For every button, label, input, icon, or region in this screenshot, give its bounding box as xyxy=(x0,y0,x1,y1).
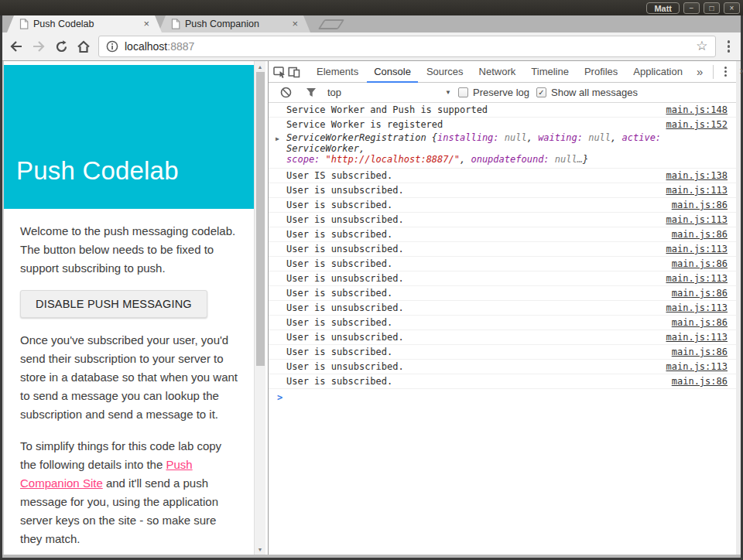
console-prompt-row[interactable]: > xyxy=(269,389,736,406)
devtools-menu-icon[interactable] xyxy=(718,67,733,77)
console-row: Service Worker and Push is supported mai… xyxy=(269,103,736,118)
console-row: User is subscribed. main.js:86 xyxy=(269,316,736,330)
tab-title: Push Companion xyxy=(185,19,287,29)
browser-menu-icon[interactable] xyxy=(723,40,735,53)
source-link[interactable]: main.js:113 xyxy=(666,361,728,372)
console-row: User is unsubscribed. main.js:113 xyxy=(269,271,736,286)
devtools-tab-timeline[interactable]: Timeline xyxy=(524,61,576,83)
page-hero: Push Codelab xyxy=(4,65,254,209)
clear-console-icon[interactable] xyxy=(276,84,295,102)
disable-push-button[interactable]: DISABLE PUSH MESSAGING xyxy=(20,290,207,318)
source-link[interactable]: main.js:86 xyxy=(672,347,728,357)
object-preview-line2: scope: "http://localhost:8887/", onupdat… xyxy=(286,154,728,165)
browser-toolbar: localhost:8887 ☆ xyxy=(2,32,741,61)
source-link[interactable]: main.js:86 xyxy=(672,376,728,387)
console-registered-group: Service Worker is registered main.js:152… xyxy=(269,118,736,169)
console-prompt-chevron[interactable]: > xyxy=(277,392,282,403)
browser-tab-push-companion[interactable]: Push Companion × xyxy=(159,15,310,32)
page-favicon-icon xyxy=(19,19,29,29)
devtools-panel: Elements Console Sources Network Timelin… xyxy=(269,61,741,555)
intro-paragraph: Welcome to the push messaging codelab. T… xyxy=(20,222,238,278)
inspect-element-icon[interactable] xyxy=(273,63,286,81)
session-user-indicator[interactable]: Matt xyxy=(646,2,680,14)
back-icon[interactable] xyxy=(9,39,24,54)
devtools-tab-application[interactable]: Application xyxy=(626,61,690,83)
source-link[interactable]: main.js:86 xyxy=(672,229,728,240)
checkbox-unchecked[interactable] xyxy=(458,87,468,97)
console-output: Service Worker and Push is supported mai… xyxy=(269,103,736,555)
devtools-close-icon[interactable]: × xyxy=(734,64,743,79)
expand-triangle-icon[interactable]: ▶ xyxy=(276,134,279,145)
push-codelab-page: Push Codelab Welcome to the push messagi… xyxy=(2,61,254,555)
devtools-tab-elements[interactable]: Elements xyxy=(310,61,365,83)
source-link[interactable]: main.js:138 xyxy=(666,170,728,181)
browser-tab-push-codelab[interactable]: Push Codelab × xyxy=(7,15,162,32)
execution-context-select[interactable]: top ▼ xyxy=(327,87,451,98)
source-link[interactable]: main.js:113 xyxy=(666,332,728,343)
console-row: User is subscribed. main.js:86 xyxy=(269,257,736,271)
tab-close-icon[interactable]: × xyxy=(143,20,149,28)
devtools-tab-network[interactable]: Network xyxy=(472,61,523,83)
home-icon[interactable] xyxy=(76,39,91,54)
page-scrollbar[interactable]: ▲ ▼ xyxy=(254,61,265,555)
show-all-messages-checkbox[interactable]: ✓ Show all messages xyxy=(536,87,638,98)
tab-title: Push Codelab xyxy=(33,19,139,29)
console-head-rows: Service Worker and Push is supported mai… xyxy=(269,103,736,118)
bookmark-star-icon[interactable]: ☆ xyxy=(696,40,707,53)
scrollbar-thumb[interactable] xyxy=(256,72,265,366)
scroll-up-icon[interactable]: ▲ xyxy=(258,61,263,72)
devtools-tab-console[interactable]: Console xyxy=(367,61,418,83)
window-frame: Push Codelab × Push Companion × xyxy=(0,15,743,560)
filter-icon[interactable] xyxy=(302,84,320,102)
window-close-button[interactable]: × xyxy=(724,2,740,14)
content-area: Push Codelab Welcome to the push messagi… xyxy=(2,61,741,555)
tab-close-icon[interactable]: × xyxy=(292,20,298,28)
console-row: User is unsubscribed. main.js:113 xyxy=(269,242,736,257)
source-link[interactable]: main.js:86 xyxy=(672,317,728,328)
console-row: User is unsubscribed. main.js:113 xyxy=(269,183,736,198)
new-tab-button[interactable] xyxy=(318,19,344,29)
preserve-log-checkbox[interactable]: Preserve log xyxy=(458,87,529,98)
console-row: User IS subscribed. main.js:138 xyxy=(269,169,736,183)
reload-icon[interactable] xyxy=(53,39,69,54)
source-link[interactable]: main.js:113 xyxy=(666,214,728,225)
address-bar[interactable]: localhost:8887 ☆ xyxy=(98,36,716,57)
info-icon[interactable] xyxy=(106,40,118,53)
console-rows: User IS subscribed. main.js:138 User is … xyxy=(269,169,736,389)
forward-icon[interactable] xyxy=(31,39,46,54)
devtools-tab-sources[interactable]: Sources xyxy=(419,61,471,83)
tab-strip: Push Codelab × Push Companion × xyxy=(2,15,741,32)
more-tabs-icon[interactable]: » xyxy=(691,65,708,78)
titlebar: Matt − □ × xyxy=(0,0,743,15)
source-link[interactable]: main.js:113 xyxy=(666,185,728,196)
source-link[interactable]: main.js:86 xyxy=(672,200,728,210)
page-title: Push Codelab xyxy=(16,156,179,186)
console-row: User is unsubscribed. main.js:113 xyxy=(269,330,736,345)
source-link[interactable]: main.js:152 xyxy=(666,119,728,130)
devtools-tab-profiles[interactable]: Profiles xyxy=(577,61,625,83)
source-link[interactable]: main.js:86 xyxy=(672,288,728,299)
checkbox-checked[interactable]: ✓ xyxy=(536,87,546,97)
source-link[interactable]: main.js:113 xyxy=(666,273,728,284)
object-preview[interactable]: ▶ ServiceWorkerRegistration {installing:… xyxy=(269,132,736,168)
url-text[interactable]: localhost:8887 xyxy=(125,40,690,53)
console-row: User is subscribed. main.js:86 xyxy=(269,198,736,213)
minimize-button[interactable]: − xyxy=(683,2,700,14)
console-row: Service Worker is registered main.js:152 xyxy=(269,118,736,132)
object-preview-line1: ServiceWorkerRegistration {installing: n… xyxy=(286,132,728,154)
source-link[interactable]: main.js:113 xyxy=(666,244,728,254)
companion-paragraph: To simplify things for this code lab cop… xyxy=(20,437,238,548)
maximize-button[interactable]: □ xyxy=(704,2,720,14)
page-viewport: Push Codelab Welcome to the push messagi… xyxy=(2,61,265,555)
console-row: User is unsubscribed. main.js:113 xyxy=(269,360,736,374)
source-link[interactable]: main.js:148 xyxy=(666,104,728,115)
source-link[interactable]: main.js:86 xyxy=(672,258,728,269)
chevron-down-icon: ▼ xyxy=(445,89,451,96)
console-row: User is unsubscribed. main.js:113 xyxy=(269,213,736,227)
source-link[interactable]: main.js:113 xyxy=(666,302,728,313)
window-bottom-bevel xyxy=(2,555,741,558)
device-toolbar-icon[interactable] xyxy=(288,63,300,81)
browser-window: Matt − □ × Push Codelab × Push Companion… xyxy=(0,0,743,560)
console-row: User is subscribed. main.js:86 xyxy=(269,227,736,242)
scroll-down-icon[interactable]: ▼ xyxy=(258,544,263,555)
